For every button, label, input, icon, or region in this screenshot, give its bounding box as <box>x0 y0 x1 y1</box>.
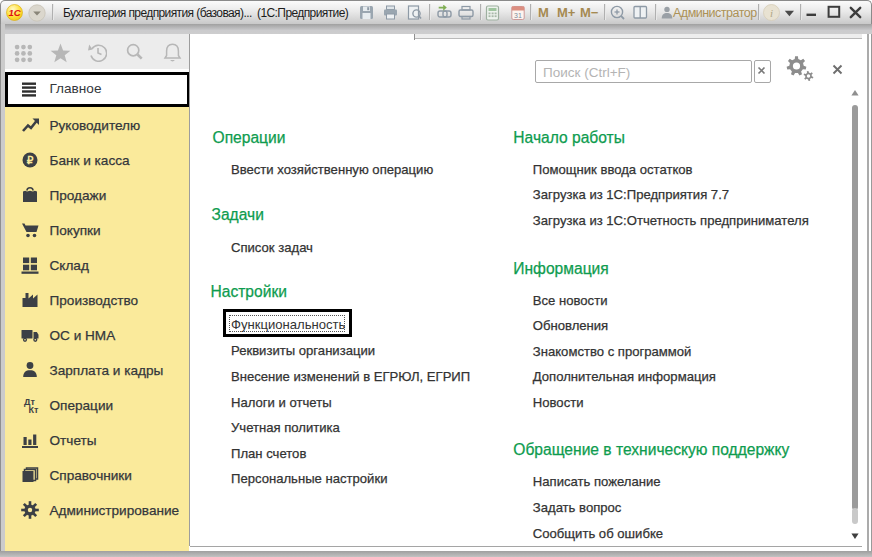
svg-text:1С: 1С <box>8 7 20 18</box>
svg-text:Кт: Кт <box>28 405 38 415</box>
svg-text:i: i <box>770 6 773 18</box>
svg-text:31: 31 <box>514 11 522 18</box>
svg-text:₽: ₽ <box>26 154 33 166</box>
